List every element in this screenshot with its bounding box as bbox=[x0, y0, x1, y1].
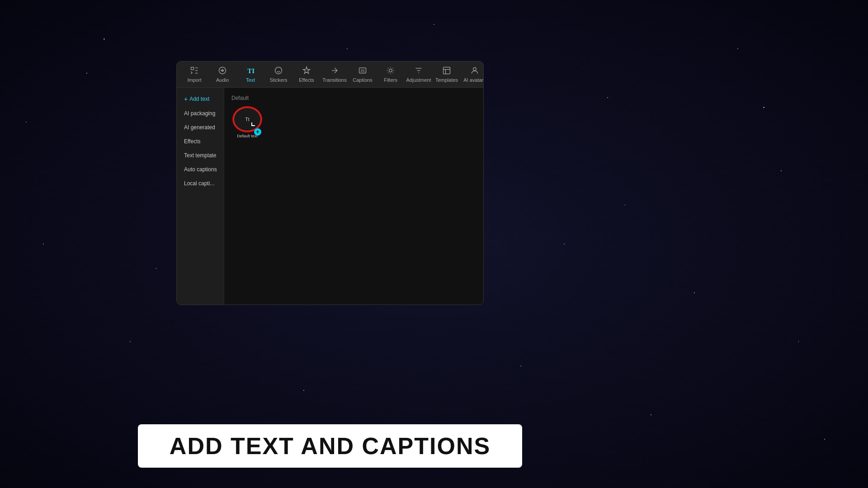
sidebar-effects-label: Effects bbox=[184, 138, 200, 145]
toolbar-captions[interactable]: Captions bbox=[349, 64, 376, 84]
svg-rect-6 bbox=[443, 67, 450, 74]
toolbar-effects[interactable]: Effects bbox=[293, 64, 320, 84]
default-text-inner: Tt bbox=[245, 117, 250, 122]
toolbar-captions-label: Captions bbox=[353, 77, 372, 83]
svg-point-7 bbox=[473, 67, 476, 70]
toolbar-transitions-label: Transitions bbox=[322, 77, 346, 83]
toolbar-transitions[interactable]: Transitions bbox=[321, 64, 348, 84]
banner-text: ADD TEXT AND CAPTIONS bbox=[170, 432, 491, 460]
toolbar-templates-label: Templates bbox=[435, 77, 458, 83]
captions-icon bbox=[358, 66, 367, 76]
cursor-indicator bbox=[251, 122, 255, 126]
import-icon bbox=[190, 66, 199, 76]
svg-text:TI: TI bbox=[247, 67, 255, 75]
main-panel: Import Audio TI Text Stickers Effects bbox=[176, 61, 484, 305]
sidebar-text-template-label: Text template bbox=[184, 152, 216, 159]
svg-point-3 bbox=[275, 67, 282, 74]
svg-rect-4 bbox=[359, 68, 366, 73]
ai-avatars-icon bbox=[470, 66, 479, 76]
adjustment-icon bbox=[414, 66, 423, 76]
sidebar-item-ai-packaging[interactable]: AI packaging bbox=[179, 107, 222, 120]
sidebar-item-auto-captions[interactable]: Auto captions bbox=[179, 163, 222, 176]
section-title: Default bbox=[231, 95, 476, 101]
toolbar-text-label: Text bbox=[246, 77, 255, 83]
svg-rect-0 bbox=[191, 67, 194, 70]
sidebar: Add text AI packaging AI generated Effec… bbox=[177, 88, 224, 305]
add-text-button[interactable]: + bbox=[254, 128, 261, 136]
toolbar-templates[interactable]: Templates bbox=[434, 64, 460, 84]
sidebar-item-effects[interactable]: Effects bbox=[179, 135, 222, 148]
text-items-grid: Tt Default text + bbox=[231, 107, 476, 138]
toolbar-import-label: Import bbox=[187, 77, 201, 83]
toolbar: Import Audio TI Text Stickers Effects bbox=[177, 61, 483, 88]
default-text-label: Default text bbox=[237, 134, 258, 138]
toolbar-effects-label: Effects bbox=[299, 77, 314, 83]
templates-icon bbox=[442, 66, 451, 76]
toolbar-audio[interactable]: Audio bbox=[209, 64, 236, 84]
toolbar-adjustment-label: Adjustment bbox=[406, 77, 431, 83]
sidebar-add-text-label: Add text bbox=[189, 96, 209, 102]
effects-icon bbox=[302, 66, 311, 76]
toolbar-import[interactable]: Import bbox=[181, 64, 208, 84]
main-content-area: Default Tt Default text + bbox=[224, 88, 483, 305]
toolbar-filters-label: Filters bbox=[384, 77, 397, 83]
toolbar-stickers[interactable]: Stickers bbox=[265, 64, 292, 84]
svg-point-5 bbox=[389, 69, 392, 72]
text-icon: TI bbox=[246, 66, 255, 76]
transitions-icon bbox=[330, 66, 339, 76]
toolbar-filters[interactable]: Filters bbox=[377, 64, 404, 84]
toolbar-ai-avatars-label: AI avatars bbox=[463, 77, 484, 83]
sidebar-local-capti-label: Local capti... bbox=[184, 180, 214, 187]
sidebar-item-text-template[interactable]: Text template bbox=[179, 149, 222, 162]
bottom-banner: ADD TEXT AND CAPTIONS bbox=[138, 424, 522, 468]
sidebar-item-local-capti[interactable]: Local capti... bbox=[179, 177, 222, 190]
sidebar-item-add-text[interactable]: Add text bbox=[179, 92, 222, 106]
toolbar-adjustment[interactable]: Adjustment bbox=[406, 64, 432, 84]
default-text-item[interactable]: Tt Default text + bbox=[231, 107, 263, 138]
sidebar-ai-packaging-label: AI packaging bbox=[184, 110, 215, 117]
content-area: Add text AI packaging AI generated Effec… bbox=[177, 88, 483, 305]
sidebar-ai-generated-label: AI generated bbox=[184, 124, 215, 131]
sidebar-auto-captions-label: Auto captions bbox=[184, 166, 217, 173]
toolbar-stickers-label: Stickers bbox=[269, 77, 287, 83]
toolbar-ai-avatars[interactable]: AI avatars bbox=[462, 64, 484, 84]
audio-icon bbox=[218, 66, 227, 76]
stickers-icon bbox=[274, 66, 283, 76]
sidebar-item-ai-generated[interactable]: AI generated bbox=[179, 121, 222, 134]
toolbar-text[interactable]: TI Text bbox=[237, 64, 264, 84]
filters-icon bbox=[386, 66, 395, 76]
toolbar-audio-label: Audio bbox=[216, 77, 229, 83]
